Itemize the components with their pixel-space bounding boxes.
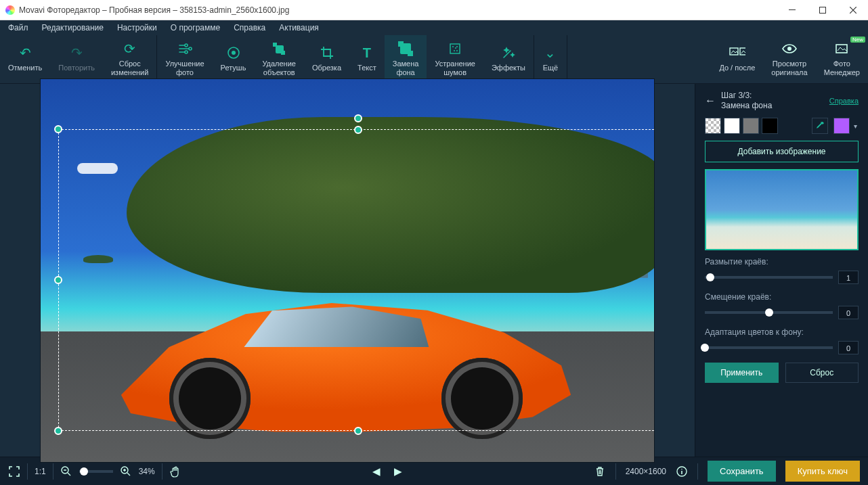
svg-rect-9 <box>281 51 285 55</box>
zoom-out-button[interactable] <box>60 465 72 478</box>
pan-tool-button[interactable] <box>169 465 181 478</box>
swatch-transparent[interactable] <box>705 118 721 134</box>
more-button[interactable]: ⌄Ещё <box>534 35 567 83</box>
panel-help-link[interactable]: Справка <box>829 97 859 105</box>
undo-icon: ↶ <box>17 45 33 61</box>
svg-rect-0 <box>789 9 796 10</box>
save-button[interactable]: Сохранить <box>708 461 776 482</box>
minimize-button[interactable] <box>777 0 807 20</box>
shift-value[interactable]: 0 <box>838 306 859 319</box>
panel-reset-button[interactable]: Сброс <box>785 363 859 383</box>
resize-handle-n-inner[interactable] <box>354 126 362 134</box>
menu-edit[interactable]: Редактирование <box>37 22 109 34</box>
shift-slider[interactable] <box>705 311 833 314</box>
delete-button[interactable] <box>594 465 606 478</box>
svg-point-3 <box>189 47 192 50</box>
svg-point-18 <box>456 50 458 51</box>
svg-point-6 <box>232 51 236 55</box>
eye-icon <box>781 41 798 57</box>
blur-slider[interactable] <box>705 276 833 279</box>
resize-handle-n[interactable] <box>354 114 362 122</box>
prev-image-button[interactable]: ◀ <box>370 465 383 478</box>
svg-rect-13 <box>450 44 460 53</box>
retouch-icon <box>225 45 242 61</box>
resize-handle-sw[interactable] <box>54 427 62 435</box>
background-icon <box>397 41 414 57</box>
app-logo-icon <box>5 5 15 15</box>
main-toolbar: ↶Отменить ↷Повторить ⟳Сброс изменений Ул… <box>0 35 868 84</box>
text-tool-button[interactable]: TТекст <box>349 35 385 83</box>
add-image-button[interactable]: Добавить изображение <box>705 141 859 162</box>
color-swatch-row: ▾ <box>705 118 859 134</box>
eyedropper-button[interactable] <box>812 118 828 134</box>
svg-rect-11 <box>398 41 404 47</box>
before-after-button[interactable]: До / после <box>711 35 763 83</box>
reset-button[interactable]: ⟳Сброс изменений <box>103 35 156 83</box>
blur-value[interactable]: 1 <box>838 271 859 284</box>
undo-button[interactable]: ↶Отменить <box>0 35 50 83</box>
swatch-black[interactable] <box>762 118 778 134</box>
svg-point-21 <box>787 47 791 51</box>
redo-button[interactable]: ↷Повторить <box>50 35 103 83</box>
maximize-button[interactable] <box>807 0 838 20</box>
fullscreen-button[interactable] <box>8 465 20 478</box>
apply-button[interactable]: Применить <box>705 363 779 383</box>
background-thumbnail[interactable] <box>705 169 859 250</box>
image-canvas[interactable] <box>41 79 654 462</box>
dropdown-icon[interactable]: ▾ <box>852 122 859 130</box>
menu-file[interactable]: Файл <box>3 22 34 34</box>
svg-point-15 <box>455 47 456 49</box>
new-badge: New <box>850 37 865 43</box>
zoom-ratio[interactable]: 1:1 <box>35 467 46 476</box>
resize-handle-s[interactable] <box>354 427 362 435</box>
crop-icon <box>319 45 335 61</box>
svg-point-14 <box>452 46 454 47</box>
resize-handle-nw[interactable] <box>54 125 62 133</box>
canvas-area[interactable] <box>0 84 695 457</box>
blur-label: Размытие краёв: <box>705 257 859 267</box>
compare-icon <box>729 45 745 61</box>
effects-button[interactable]: Эффекты <box>483 35 534 83</box>
adapt-value[interactable]: 0 <box>838 341 859 354</box>
adapt-slider[interactable] <box>705 346 833 349</box>
buy-key-button[interactable]: Купить ключ <box>785 461 860 482</box>
swatch-gray[interactable] <box>743 118 759 134</box>
crop-button[interactable]: Обрезка <box>304 35 349 83</box>
panel-title: Шаг 3/3: Замена фона <box>721 91 824 111</box>
svg-point-4 <box>185 51 188 53</box>
zoom-slider[interactable] <box>79 470 113 473</box>
zoom-percent: 34% <box>139 467 155 476</box>
denoise-icon <box>447 41 463 57</box>
resize-handle-w[interactable] <box>54 276 62 284</box>
menu-settings[interactable]: Настройки <box>112 22 162 34</box>
window-titlebar: Movavi Фоторедактор – Пробная версия – 3… <box>0 0 868 20</box>
menu-bar: Файл Редактирование Настройки О программ… <box>0 20 868 35</box>
window-title: Movavi Фоторедактор – Пробная версия – 3… <box>19 5 289 15</box>
chevron-down-icon: ⌄ <box>542 45 559 61</box>
svg-rect-12 <box>408 51 413 56</box>
redo-icon: ↷ <box>68 45 85 61</box>
reset-icon: ⟳ <box>122 41 138 57</box>
selection-marquee[interactable] <box>58 129 654 431</box>
next-image-button[interactable]: ▶ <box>392 465 404 478</box>
menu-help[interactable]: Справка <box>228 22 271 34</box>
menu-activation[interactable]: Активация <box>274 22 324 34</box>
zoom-in-button[interactable] <box>120 465 132 478</box>
background-replace-button[interactable]: Замена фона <box>385 35 427 83</box>
svg-rect-1 <box>819 7 825 13</box>
close-button[interactable] <box>838 0 868 20</box>
denoise-button[interactable]: Устранение шумов <box>427 35 483 83</box>
swatch-custom[interactable] <box>833 118 850 134</box>
menu-about[interactable]: О программе <box>165 22 225 34</box>
swatch-white[interactable] <box>724 118 740 134</box>
svg-point-17 <box>456 46 458 47</box>
photo-manager-button[interactable]: New Фото Менеджер <box>816 35 868 83</box>
retouch-button[interactable]: Ретушь <box>213 35 255 83</box>
svg-point-2 <box>185 44 188 47</box>
object-removal-button[interactable]: Удаление объектов <box>254 35 304 83</box>
enhance-button[interactable]: Улучшение фото <box>157 35 212 83</box>
back-button[interactable]: ← <box>705 95 716 107</box>
view-original-button[interactable]: Просмотр оригинала <box>763 35 815 83</box>
effects-icon <box>500 45 517 61</box>
info-button[interactable] <box>676 465 688 478</box>
